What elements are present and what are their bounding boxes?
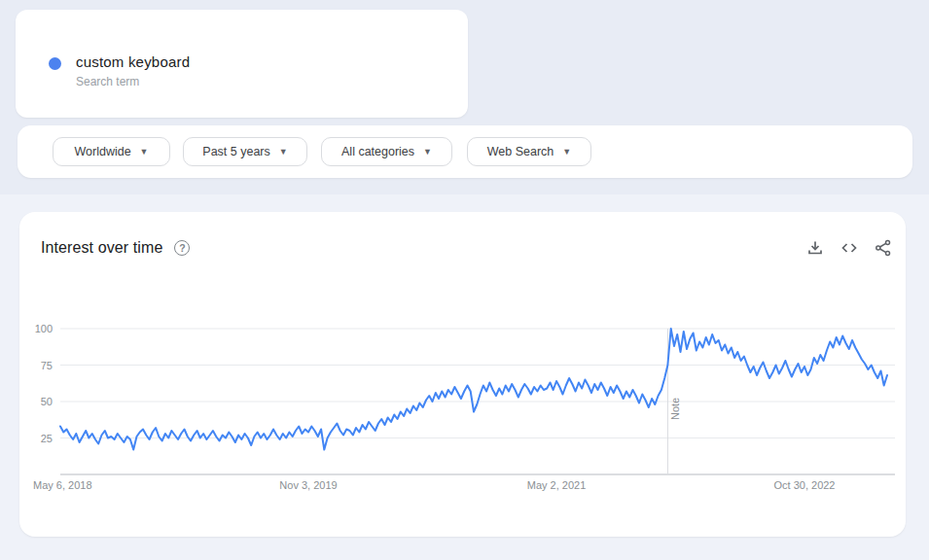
region-filter-dropdown[interactable]: Worldwide ▼ [53,137,170,166]
chevron-down-icon: ▼ [562,147,571,157]
search-type-filter-label: Web Search [487,145,554,158]
search-term-label: custom keyboard [76,53,190,70]
y-tick-label: 100 [35,324,53,334]
interest-over-time-chart: 255075100May 6, 2018Nov 3, 2019May 2, 20… [19,324,906,504]
chevron-down-icon: ▼ [423,147,432,157]
y-tick-label: 50 [41,396,53,407]
x-tick-label: Oct 30, 2022 [774,479,836,491]
interest-over-time-card: Interest over time ? 255075100May 6, 201… [19,212,906,537]
category-filter-dropdown[interactable]: All categories ▼ [321,137,452,166]
search-term-type: Search term [76,75,190,88]
category-filter-label: All categories [341,145,414,158]
chevron-down-icon: ▼ [140,147,149,157]
trend-line [60,329,887,450]
y-tick-label: 75 [41,360,53,371]
note-label[interactable]: Note [669,398,681,420]
series-color-dot [49,57,61,70]
region-filter-label: Worldwide [74,145,130,158]
y-tick-label: 25 [41,433,53,444]
share-icon[interactable] [875,239,892,257]
x-tick-label: May 6, 2018 [33,479,92,491]
time-filter-dropdown[interactable]: Past 5 years ▼ [183,137,307,166]
embed-icon[interactable] [840,239,858,257]
chart-title: Interest over time [41,239,162,257]
filter-bar: Worldwide ▼ Past 5 years ▼ All categorie… [18,125,912,178]
download-icon[interactable] [806,239,824,257]
x-tick-label: Nov 3, 2019 [279,479,337,491]
chevron-down-icon: ▼ [279,147,288,157]
search-term-card[interactable]: custom keyboard Search term [16,10,468,118]
search-type-filter-dropdown[interactable]: Web Search ▼ [467,137,591,166]
help-icon[interactable]: ? [174,240,190,256]
time-filter-label: Past 5 years [202,145,269,158]
x-tick-label: May 2, 2021 [527,479,587,491]
